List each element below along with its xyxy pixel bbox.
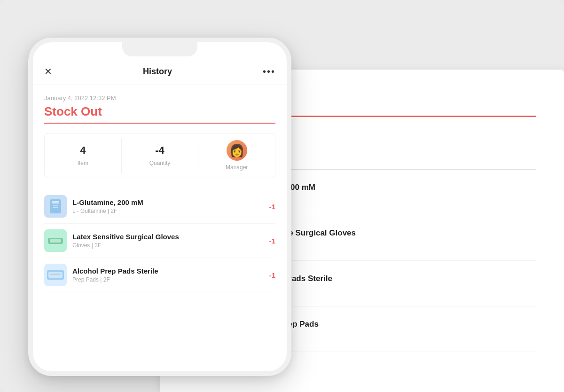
svg-rect-18	[50, 239, 61, 243]
phone-item-image-3	[44, 264, 67, 286]
phone-item-image-2	[44, 229, 67, 252]
manager-avatar-emoji: 👩	[229, 143, 244, 158]
stat-qty-label: Quantity	[149, 160, 171, 166]
stat-item-value: 4	[48, 144, 118, 157]
phone-date: January 4, 2022 12:32 PM	[44, 94, 275, 102]
phone-wrapper: ✕ History ••• January 4, 2022 12:32 PM S…	[28, 38, 291, 376]
phone-item-image-1	[44, 195, 67, 218]
phone-notch	[122, 42, 197, 56]
manager-avatar: 👩	[227, 140, 247, 161]
phone-stock-title: Stock Out	[44, 104, 275, 119]
more-options-button[interactable]: •••	[263, 66, 275, 77]
phone-frame: ✕ History ••• January 4, 2022 12:32 PM S…	[28, 38, 291, 376]
svg-rect-21	[50, 274, 61, 275]
phone-item-name-3: Alcohol Prep Pads Sterile	[72, 267, 264, 275]
phone-screen-title: History	[143, 67, 172, 77]
svg-rect-16	[53, 207, 58, 208]
phone-item-info-3: Alcohol Prep Pads Sterile Prep Pads | 2F	[72, 267, 264, 283]
phone-item-name-2: Latex Sensitive Surgical Gloves	[72, 233, 264, 241]
phone-item-sub-1: L - Gultamine | 2F	[72, 208, 264, 214]
phone-divider	[44, 123, 275, 124]
phone-item-qty-3: -1	[269, 271, 275, 279]
phone-list-item: Latex Sensitive Surgical Gloves Gloves |…	[44, 224, 275, 258]
stat-manager: 👩 Manager	[198, 133, 275, 178]
phone-item-qty-1: -1	[269, 203, 275, 211]
stat-manager-label: Manager	[226, 164, 248, 171]
svg-rect-14	[52, 201, 59, 204]
phone-item-name-1: L-Glutamine, 200 mM	[72, 198, 264, 206]
phone-item-sub-3: Prep Pads | 2F	[72, 276, 264, 283]
phone-header: ✕ History •••	[33, 61, 287, 85]
stat-quantity: -4 Quantity	[122, 138, 199, 173]
phone-list-item: L-Glutamine, 200 mM L - Gultamine | 2F -…	[44, 189, 275, 224]
phone-list-item: Alcohol Prep Pads Sterile Prep Pads | 2F…	[44, 258, 275, 292]
phone-item-info-2: Latex Sensitive Surgical Gloves Gloves |…	[72, 233, 264, 249]
close-button[interactable]: ✕	[44, 66, 52, 77]
phone-item-sub-2: Gloves | 3F	[72, 242, 264, 249]
phone-item-info-1: L-Glutamine, 200 mM L - Gultamine | 2F	[72, 198, 264, 214]
stat-item-label: Item	[78, 160, 88, 166]
svg-rect-15	[53, 205, 58, 206]
phone-content: ✕ History ••• January 4, 2022 12:32 PM S…	[33, 42, 287, 371]
stats-row: 4 Item -4 Quantity 👩 Manager	[44, 133, 275, 178]
phone-body: January 4, 2022 12:32 PM Stock Out 4 Ite…	[33, 85, 287, 302]
phone-item-qty-2: -1	[269, 237, 275, 245]
stat-qty-value: -4	[125, 144, 195, 157]
stat-item: 4 Item	[45, 138, 122, 173]
